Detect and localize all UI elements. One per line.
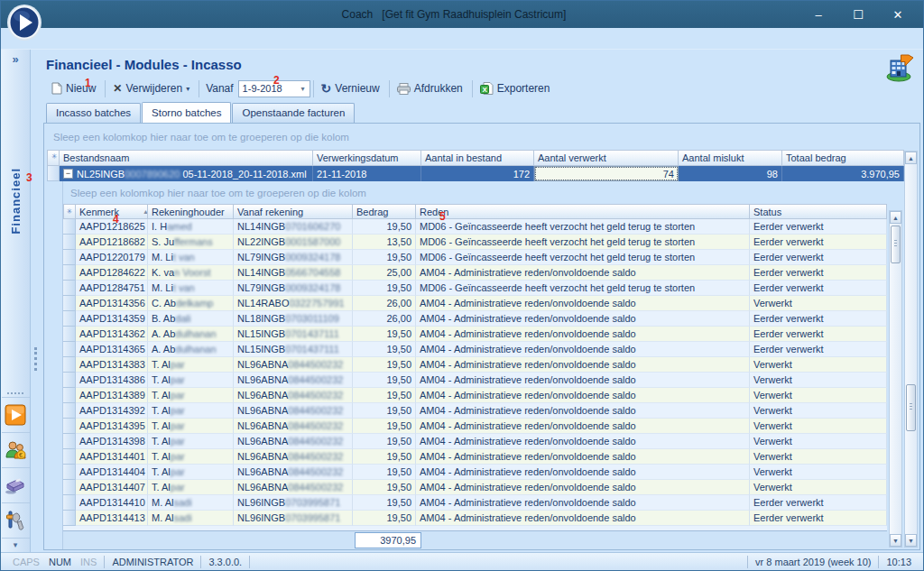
cell-reden[interactable]: AM04 - Administratieve reden/onvoldoende…: [416, 419, 750, 434]
dock-more-button[interactable]: ▾: [2, 538, 30, 552]
cell-reden[interactable]: AM04 - Administratieve reden/onvoldoende…: [416, 373, 750, 388]
row-indicator[interactable]: [63, 327, 76, 342]
col-aantal-mislukt[interactable]: Aantal mislukt: [679, 150, 782, 166]
row-indicator[interactable]: [63, 281, 76, 296]
cell-kenmerk[interactable]: AAPD1314362: [76, 327, 148, 342]
cell-status[interactable]: Eerder verwerkt: [750, 265, 887, 281]
row-indicator[interactable]: [63, 480, 76, 495]
col-rekeninghouder[interactable]: Rekeninghouder: [148, 204, 234, 219]
detail-row[interactable]: AAPD1314386T. AlparNL96ABNA084450023219,…: [63, 373, 887, 388]
cell-reden[interactable]: AM04 - Administratieve reden/onvoldoende…: [416, 357, 750, 373]
cell-aantal-verwerkt-focused[interactable]: 74: [534, 166, 679, 181]
col-vanaf-rekening[interactable]: Vanaf rekening: [234, 204, 353, 219]
detail-row[interactable]: AAPD1314383T. AlparNL96ABNA084450023219,…: [63, 357, 887, 373]
row-indicator[interactable]: [63, 219, 76, 235]
detail-row[interactable]: AAPD1314392T. AlparNL96ABNA084450023219,…: [63, 403, 887, 419]
cell-rekeninghouder[interactable]: M. Lit van: [148, 250, 234, 265]
cell-status[interactable]: Eerder verwerkt: [750, 250, 887, 265]
cell-kenmerk[interactable]: AAPD1314386: [76, 373, 148, 388]
detail-row[interactable]: AAPD1314389T. AlparNL96ABNA084450023219,…: [63, 388, 887, 403]
cell-reden[interactable]: AM04 - Administratieve reden/onvoldoende…: [416, 296, 750, 311]
cell-vanaf-rekening[interactable]: NL96INGB0703995871: [234, 495, 353, 511]
detail-row[interactable]: AAPD1314401T. AlparNL96ABNA084450023219,…: [63, 449, 887, 465]
col-status[interactable]: Status: [750, 204, 887, 219]
cell-bedrag[interactable]: 19,50: [353, 373, 416, 388]
delete-button[interactable]: ✕ Verwijderen ▾: [108, 80, 196, 97]
detail-row[interactable]: AAPD1314407T. AlparNL96ABNA084450023219,…: [63, 480, 887, 495]
col-aantal-in-bestand[interactable]: Aantal in bestand: [421, 150, 534, 166]
cell-vanaf-rekening[interactable]: NL14INGB0701606270: [234, 219, 353, 235]
detail-row[interactable]: AAPD1218625I. HamedNL14INGB070160627019,…: [63, 219, 887, 235]
cell-status[interactable]: Verwerkt: [750, 388, 887, 403]
row-indicator[interactable]: [63, 495, 76, 511]
cell-bedrag[interactable]: 19,50: [353, 511, 416, 526]
row-indicator[interactable]: [63, 511, 76, 526]
col-kenmerk[interactable]: Kenmerk ▲: [76, 204, 148, 219]
cell-rekeninghouder[interactable]: A. Abdulhanan: [148, 327, 234, 342]
cell-status[interactable]: Verwerkt: [750, 296, 887, 311]
row-indicator[interactable]: [63, 449, 76, 465]
row-indicator[interactable]: [63, 419, 76, 434]
cell-kenmerk[interactable]: AAPD1314398: [76, 434, 148, 449]
col-bestandsnaam[interactable]: Bestandsnaam: [60, 150, 313, 166]
row-indicator[interactable]: [63, 311, 76, 327]
cell-bestandsnaam[interactable]: − NL25INGB0007890620 05-11-2018_20-11-20…: [60, 166, 313, 181]
detail-row[interactable]: AAPD1314356C. AbdelkampNL14RABO032275799…: [63, 296, 887, 311]
row-indicator[interactable]: [63, 434, 76, 449]
detail-row[interactable]: AAPD1218682S. JuffermansNL22INGB00015870…: [63, 235, 887, 250]
cell-bedrag[interactable]: 13,50: [353, 235, 416, 250]
cell-status[interactable]: Verwerkt: [750, 434, 887, 449]
cell-reden[interactable]: AM04 - Administratieve reden/onvoldoende…: [416, 434, 750, 449]
dock-grip[interactable]: [7, 392, 23, 394]
cell-bedrag[interactable]: 19,50: [353, 357, 416, 373]
cell-rekeninghouder[interactable]: T. Alpar: [148, 419, 234, 434]
cell-reden[interactable]: AM04 - Administratieve reden/onvoldoende…: [416, 388, 750, 403]
cell-rekeninghouder[interactable]: T. Alpar: [148, 449, 234, 465]
cell-vanaf-rekening[interactable]: NL96ABNA0844500232: [234, 357, 353, 373]
cell-reden[interactable]: AM04 - Administratieve reden/onvoldoende…: [416, 327, 750, 342]
cell-rekeninghouder[interactable]: S. Juffermans: [148, 235, 234, 250]
cell-reden[interactable]: MD06 - Geïncasseerde heeft verzocht het …: [416, 281, 750, 296]
export-button[interactable]: X Exporteren: [476, 80, 557, 97]
cell-status[interactable]: Verwerkt: [750, 357, 887, 373]
detail-scrollbar-thumb[interactable]: [891, 226, 901, 263]
cell-status[interactable]: Verwerkt: [750, 403, 887, 419]
detail-row[interactable]: AAPD1314362A. AbdulhananNL15INGB07014371…: [63, 327, 887, 342]
minimize-button[interactable]: –: [799, 8, 838, 22]
scroll-down-icon[interactable]: ▼: [890, 534, 901, 547]
cell-reden[interactable]: AM04 - Administratieve reden/onvoldoende…: [416, 342, 750, 357]
detail-row[interactable]: AAPD1314410M. AlsadiNL96INGB070399587119…: [63, 495, 887, 511]
cell-vanaf-rekening[interactable]: NL18INGB0703011109: [234, 311, 353, 327]
cell-reden[interactable]: AM04 - Administratieve reden/onvoldoende…: [416, 403, 750, 419]
cell-status[interactable]: Verwerkt: [750, 449, 887, 465]
cell-rekeninghouder[interactable]: M. Lit van: [148, 281, 234, 296]
cell-reden[interactable]: MD06 - Geïncasseerde heeft verzocht het …: [416, 235, 750, 250]
cell-status[interactable]: Verwerkt: [750, 373, 887, 388]
detail-row[interactable]: AAPD1314404T. AlparNL96ABNA084450023219,…: [63, 465, 887, 480]
cell-vanaf-rekening[interactable]: NL96ABNA0844500232: [234, 480, 353, 495]
cell-bedrag[interactable]: 19,50: [353, 219, 416, 235]
company-building-icon[interactable]: [885, 53, 916, 86]
cell-status[interactable]: Verwerkt: [750, 419, 887, 434]
cell-kenmerk[interactable]: AAPD1314407: [76, 480, 148, 495]
row-indicator[interactable]: [63, 265, 76, 281]
hardware-button[interactable]: [2, 467, 30, 502]
cell-kenmerk[interactable]: AAPD1314404: [76, 465, 148, 480]
cell-vanaf-rekening[interactable]: NL96ABNA0844500232: [234, 434, 353, 449]
detail-row[interactable]: AAPD1284751M. Lit vanNL79INGB00093241781…: [63, 281, 887, 296]
cell-aantal-in-bestand[interactable]: 172: [421, 166, 534, 181]
detail-row[interactable]: AAPD1284622K. van VoorstNL14INGB05667045…: [63, 265, 887, 281]
cell-reden[interactable]: AM04 - Administratieve reden/onvoldoende…: [416, 265, 750, 281]
panel-splitter[interactable]: [31, 50, 42, 552]
cell-rekeninghouder[interactable]: M. Alsadi: [148, 495, 234, 511]
cell-kenmerk[interactable]: AAPD1218682: [76, 235, 148, 250]
cell-bedrag[interactable]: 19,50: [353, 281, 416, 296]
expand-panel-button[interactable]: »: [4, 52, 27, 70]
cell-totaal-bedrag[interactable]: 3.970,95: [782, 166, 904, 181]
members-button[interactable]: €: [2, 432, 30, 467]
row-indicator[interactable]: [63, 250, 76, 265]
scroll-up-icon[interactable]: ▲: [890, 211, 901, 224]
row-indicator[interactable]: [63, 465, 76, 480]
cell-reden[interactable]: AM04 - Administratieve reden/onvoldoende…: [416, 465, 750, 480]
cell-status[interactable]: Eerder verwerkt: [750, 235, 887, 250]
